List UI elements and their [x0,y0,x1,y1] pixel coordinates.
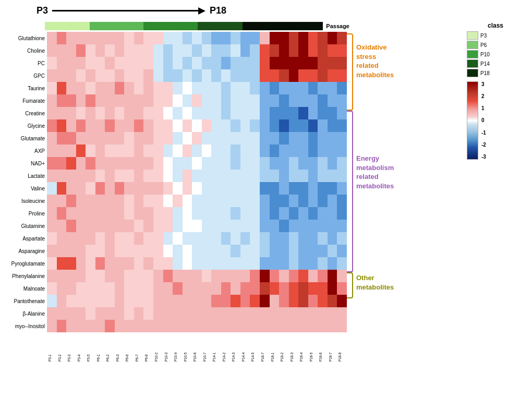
heatmap-cell [328,82,337,94]
heatmap-cell [260,295,270,307]
x-label: P18-6 [319,333,329,362]
heatmap-cell [308,257,318,270]
heatmap-cell [134,232,144,245]
heatmap-cell [153,69,163,82]
heatmap-cell [279,270,289,282]
heatmap-cell [211,220,221,232]
heatmap-cell [57,119,67,132]
heatmap-cell [211,257,221,270]
p6-bar [90,22,143,30]
heatmap-cell [163,295,173,307]
heatmap-cell [231,257,240,270]
heatmap-cell [221,182,231,195]
heatmap-cell [124,157,134,170]
heatmap-cell [47,245,57,257]
heatmap-cell [298,145,308,157]
heatmap-row: Aspartate [5,232,349,245]
heatmap-cell [66,195,76,207]
heatmap-cell [308,44,318,57]
heatmap-row: Fumarate [5,94,349,107]
heatmap-cell [95,232,105,245]
heatmap-cell [337,270,347,282]
heatmap-cell [231,107,240,119]
heatmap-cell [105,94,115,107]
row-cells [47,57,347,69]
heatmap-cell [134,195,144,207]
heatmap-cell [231,32,240,44]
heatmap-cell [192,82,202,94]
heatmap-cell [240,295,250,307]
heatmap-cell [221,295,231,307]
heatmap-cell [308,282,318,295]
heatmap-cell [134,245,144,257]
heatmap-cell [115,132,125,145]
heatmap-cell [298,44,308,57]
heatmap-row: Malnoate [5,282,349,295]
heatmap-cell [47,44,57,57]
heatmap-cell [250,82,260,94]
row-label: NAD+ [5,161,47,166]
heatmap-cell [173,145,183,157]
heatmap-cell [202,107,212,119]
heatmap-cell [328,170,337,182]
row-label: Glycine [5,123,47,129]
heatmap-cell [328,182,337,195]
heatmap-cell [124,44,134,57]
heatmap-cell [153,170,163,182]
heatmap-cell [115,94,125,107]
heatmap-cell [115,69,125,82]
x-label: P3-4 [77,333,87,362]
heatmap-cell [95,182,105,195]
heatmap-cell [163,107,173,119]
row-cells [47,94,347,107]
heatmap-cell [298,220,308,232]
heatmap-cell [124,170,134,182]
heatmap-cell [298,232,308,245]
heatmap-cell [221,57,231,69]
heatmap-cell [66,44,76,57]
heatmap-cell [308,107,318,119]
heatmap-cell [124,295,134,307]
heatmap-cell [163,320,173,332]
heatmap-cell [279,32,289,44]
heatmap-cell [86,145,95,157]
heatmap-cell [115,82,125,94]
heatmap-cell [279,182,289,195]
heatmap-cell [66,170,76,182]
heatmap-cell [124,107,134,119]
x-label: P14-1 [212,333,222,362]
heatmap-cell [337,82,347,94]
heatmap-cell [279,245,289,257]
heatmap-cell [124,232,134,245]
heatmap-cell [337,195,347,207]
heatmap-cell [153,107,163,119]
heatmap-cell [328,282,337,295]
heatmap-row: Isoleucine [5,195,349,207]
heatmap-cell [202,170,212,182]
heatmap-cell [337,282,347,295]
heatmap-cell [260,94,270,107]
row-label: Isoleucine [5,198,47,204]
heatmap-grid: GlutathioneCholinePCGPCTaurineFumarateCr… [5,32,349,332]
heatmap-cell [289,69,299,82]
row-label: Glutamine [5,223,47,229]
heatmap-cell [202,145,212,157]
row-cells [47,145,347,157]
heatmap-cell [328,307,337,320]
heatmap-cell [328,257,337,270]
row-cells [47,44,347,57]
heatmap-cell [270,132,280,145]
heatmap-cell [153,195,163,207]
heatmap-cell [134,69,144,82]
heatmap-cell [153,145,163,157]
heatmap-cell [86,295,95,307]
heatmap-cell [143,170,153,182]
heatmap-cell [95,69,105,82]
heatmap-cell [221,307,231,320]
heatmap-cell [47,57,57,69]
heatmap-cell [270,170,280,182]
heatmap-cell [250,220,260,232]
heatmap-cell [318,119,328,132]
heatmap-cell [192,57,202,69]
heatmap-cell [279,132,289,145]
